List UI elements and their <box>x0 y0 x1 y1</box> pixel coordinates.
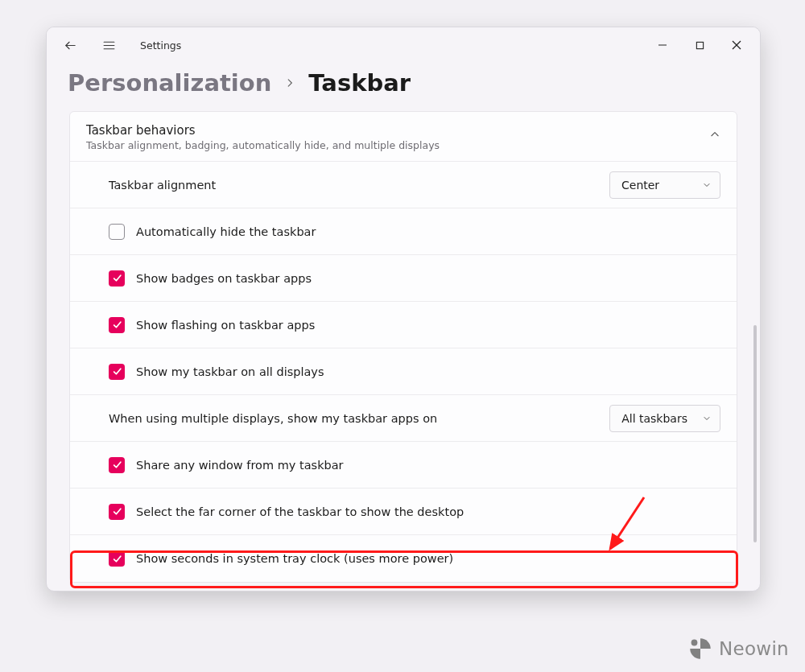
dropdown-value: All taskbars <box>621 412 687 425</box>
minimize-button[interactable] <box>644 32 681 58</box>
titlebar: Settings <box>47 27 760 63</box>
settings-window: Settings Personalization Taskbar T <box>46 27 761 592</box>
row-label: Select the far corner of the taskbar to … <box>136 505 720 518</box>
row-label: Taskbar alignment <box>109 179 609 192</box>
checkbox-checked[interactable] <box>109 317 125 333</box>
dropdown-value: Center <box>621 179 659 192</box>
row-label: When using multiple displays, show my ta… <box>109 412 609 425</box>
row-multi-displays: When using multiple displays, show my ta… <box>70 395 737 442</box>
row-label: Show my taskbar on all displays <box>136 365 720 378</box>
row-label: Show seconds in system tray clock (uses … <box>136 552 720 565</box>
row-label: Automatically hide the taskbar <box>136 225 720 238</box>
checkbox-checked[interactable] <box>109 550 125 567</box>
back-button[interactable] <box>58 33 82 57</box>
chevron-down-icon <box>702 180 712 190</box>
check-icon <box>112 320 122 330</box>
row-label: Share any window from my taskbar <box>136 459 720 472</box>
hamburger-icon <box>102 39 116 52</box>
back-arrow-icon <box>64 39 77 52</box>
collapse-icon <box>709 123 720 143</box>
watermark: Neowin <box>688 637 789 661</box>
check-icon <box>112 460 122 470</box>
check-icon <box>112 554 122 564</box>
row-far-corner[interactable]: Select the far corner of the taskbar to … <box>70 489 737 535</box>
checkbox-unchecked[interactable] <box>109 224 125 240</box>
row-label: Show badges on taskbar apps <box>136 272 720 285</box>
close-button[interactable] <box>718 32 755 58</box>
panel-subtitle: Taskbar alignment, badging, automaticall… <box>86 139 709 151</box>
row-badges[interactable]: Show badges on taskbar apps <box>70 255 737 302</box>
maximize-button[interactable] <box>681 32 718 58</box>
watermark-text: Neowin <box>719 638 789 659</box>
window-controls <box>644 32 755 58</box>
check-icon <box>112 506 122 517</box>
row-alignment: Taskbar alignment Center <box>70 162 737 208</box>
neowin-logo-icon <box>688 637 712 661</box>
chevron-down-icon <box>702 414 712 423</box>
multi-display-dropdown[interactable]: All taskbars <box>609 405 720 432</box>
row-label: Show flashing on taskbar apps <box>136 319 720 332</box>
check-icon <box>112 366 122 377</box>
alignment-dropdown[interactable]: Center <box>609 171 720 199</box>
panel-header[interactable]: Taskbar behaviors Taskbar alignment, bad… <box>70 112 737 162</box>
scrollbar[interactable] <box>753 325 757 542</box>
maximize-icon <box>696 41 704 50</box>
checkbox-checked[interactable] <box>109 364 125 380</box>
breadcrumb-leaf: Taskbar <box>308 69 411 97</box>
taskbar-behaviors-panel: Taskbar behaviors Taskbar alignment, bad… <box>69 111 737 583</box>
row-show-seconds[interactable]: Show seconds in system tray clock (uses … <box>70 535 737 582</box>
breadcrumb-root[interactable]: Personalization <box>68 69 271 97</box>
checkbox-checked[interactable] <box>109 504 125 520</box>
app-title: Settings <box>140 39 181 52</box>
row-flashing[interactable]: Show flashing on taskbar apps <box>70 302 737 348</box>
row-all-displays[interactable]: Show my taskbar on all displays <box>70 348 737 395</box>
check-icon <box>112 273 122 283</box>
checkbox-checked[interactable] <box>109 270 125 287</box>
breadcrumb: Personalization Taskbar <box>47 63 760 111</box>
minimize-icon <box>658 40 667 50</box>
row-autohide[interactable]: Automatically hide the taskbar <box>70 208 737 255</box>
nav-menu-button[interactable] <box>97 33 121 57</box>
panel-title: Taskbar behaviors <box>86 123 709 138</box>
content-area: Taskbar behaviors Taskbar alignment, bad… <box>47 111 760 591</box>
row-share-window[interactable]: Share any window from my taskbar <box>70 442 737 489</box>
svg-point-10 <box>691 640 698 646</box>
svg-rect-5 <box>696 42 703 48</box>
chevron-right-icon <box>284 73 295 93</box>
close-icon <box>732 40 741 50</box>
checkbox-checked[interactable] <box>109 457 125 473</box>
